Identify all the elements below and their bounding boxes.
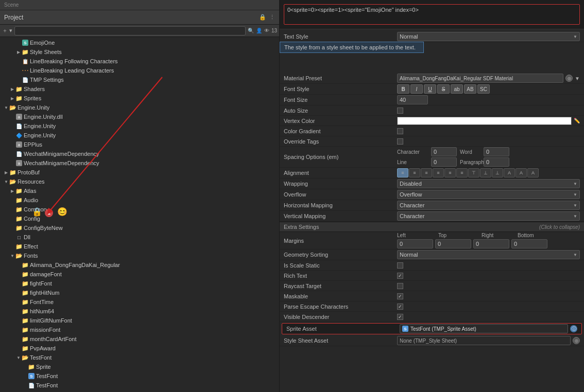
bottom-input[interactable]	[511, 239, 547, 248]
left-input[interactable]	[397, 239, 433, 248]
color-gradient-checkbox[interactable]	[397, 128, 403, 134]
maskable-checkbox[interactable]	[397, 293, 403, 299]
more-icon[interactable]: ⋮	[269, 14, 275, 21]
style-sheet-picker-btn[interactable]: ◎	[573, 337, 580, 344]
parse-escape-checkbox[interactable]	[397, 304, 403, 310]
rich-text-checkbox[interactable]	[397, 273, 403, 279]
tree-item-testFont[interactable]: ▼ 📂 TestFont	[0, 353, 279, 362]
text-input-field[interactable]: 0<sprite=0><sprite=1><sprite="EmojiOne" …	[284, 4, 580, 25]
align-base-btn[interactable]: A	[504, 168, 515, 177]
tree-item-damageFont[interactable]: 📁 damageFont	[0, 270, 279, 279]
align-cap-btn[interactable]: A	[527, 168, 539, 177]
tree-item-fightFont[interactable]: 📁 fightFont	[0, 279, 279, 288]
tree-item-testFontS[interactable]: S TestFont	[0, 371, 279, 381]
eye-icon[interactable]: 👁	[264, 28, 269, 33]
tree-item-resources[interactable]: ▼ 📂 Resources	[0, 177, 279, 186]
folder-icon: 📁	[15, 243, 23, 250]
is-scale-static-checkbox[interactable]	[397, 262, 403, 269]
lock-icon[interactable]: 🔒	[259, 14, 266, 21]
override-tags-checkbox[interactable]	[397, 138, 403, 145]
tree-label: Resources	[18, 179, 45, 185]
align-center-btn[interactable]: ≡	[409, 168, 420, 177]
tree-item-emojiOne[interactable]: S EmojiOne	[0, 38, 279, 47]
tree-item-wechat1[interactable]: 📄 WechatMinigameDependency	[0, 149, 279, 158]
line-input[interactable]	[431, 157, 457, 167]
tree-item-common[interactable]: 📁 Common	[0, 205, 279, 214]
tree-item-styleSheets[interactable]: ▶ 📁 Style Sheets	[0, 47, 279, 57]
char-input[interactable]	[431, 147, 457, 156]
bold-btn[interactable]: B	[397, 84, 409, 94]
align-mid2-btn[interactable]: A	[516, 168, 527, 177]
tree-item-hitNum64[interactable]: 📁 hitNum64	[0, 307, 279, 316]
raycast-target-checkbox[interactable]	[397, 283, 403, 289]
vertical-mapping-dropdown[interactable]: Character ▼	[397, 211, 580, 221]
tree-item-lineBreakingFollowing[interactable]: 📋 LineBreaking Following Characters	[0, 57, 279, 66]
material-picker-btn[interactable]: ◎	[565, 75, 573, 82]
tree-item-effect[interactable]: 📁 Effect	[0, 242, 279, 251]
tree-item-epPlus[interactable]: a EPPlus	[0, 140, 279, 149]
tree-item-tmpSettings[interactable]: 📄 TMP Settings	[0, 75, 279, 84]
overflow-dropdown[interactable]: Overflow ▼	[397, 190, 580, 199]
tree-item-monthCard[interactable]: 📁 monthCardArtFont	[0, 334, 279, 344]
strikethrough-btn[interactable]: S	[437, 84, 450, 94]
tree-item-atlas[interactable]: ▶ 📁 Atlas	[0, 186, 279, 195]
tree-item-config[interactable]: 📁 Config	[0, 214, 279, 223]
material-preset-row: Material Preset Alimama_DongFangDaKai_Re…	[280, 73, 584, 84]
tree-item-wechat2[interactable]: a WechatMinigameDependency	[0, 158, 279, 168]
horizontal-mapping-dropdown[interactable]: Character ▼	[397, 201, 580, 210]
tree-item-alimama[interactable]: 📁 Alimama_DongFangDaKai_Regular	[0, 260, 279, 270]
tree-item-limitGift[interactable]: 📁 limitGiftNumFont	[0, 316, 279, 325]
tree-item-sprite[interactable]: 📁 Sprite	[0, 362, 279, 371]
align-mid-btn[interactable]: ⊥	[480, 168, 491, 177]
tree-item-lineBreakingLeading[interactable]: ⋯ LineBreaking Leading Characters	[0, 66, 279, 75]
align-left-btn[interactable]: ≡	[397, 168, 408, 177]
search-icon[interactable]: 🔍	[248, 28, 254, 33]
sprite-asset-info-btn[interactable]: ⓘ	[570, 325, 577, 332]
uppercase-btn[interactable]: AB	[464, 84, 476, 94]
tree-item-audio[interactable]: 📁 Audio	[0, 195, 279, 205]
tree-item-testFont2[interactable]: 📄 TestFont	[0, 381, 279, 390]
tree-item-testFont3[interactable]: ⋯ TestFont	[0, 390, 279, 392]
smallcaps-btn[interactable]: SC	[477, 84, 490, 94]
wrapping-dropdown[interactable]: Disabled ▼	[397, 179, 580, 188]
tree-item-sprites[interactable]: ▶ 📁 Sprites	[0, 94, 279, 103]
tree-item-fontTime[interactable]: 📁 FontTime	[0, 297, 279, 307]
visible-descender-checkbox[interactable]	[397, 314, 403, 320]
lowercase-btn[interactable]: ab	[451, 84, 463, 94]
underline-btn[interactable]: U	[424, 84, 436, 94]
para-input[interactable]	[484, 157, 509, 167]
tree-item-shaders[interactable]: ▶ 📁 Shaders	[0, 84, 279, 94]
italic-btn[interactable]: I	[410, 84, 423, 94]
tree-item-pvpAward[interactable]: 📁 PvpAward	[0, 344, 279, 353]
right-input[interactable]	[473, 239, 509, 248]
tree-item-engineUnityDll[interactable]: a Engine.Unity.dll	[0, 112, 279, 121]
tree-item-engineUnity[interactable]: ▼ 📂 Engine.Unity	[0, 103, 279, 112]
align-geo-btn[interactable]: ≡	[456, 168, 468, 177]
align-flush-btn[interactable]: ≡	[444, 168, 456, 177]
tree-item-engineUnity3[interactable]: 🔷 Engine.Unity	[0, 131, 279, 140]
tree-item-engineUnity2[interactable]: 📄 Engine.Unity	[0, 121, 279, 131]
top-input[interactable]	[435, 239, 471, 248]
search-input[interactable]	[14, 26, 246, 35]
tree-item-dll[interactable]: □ Dll	[0, 233, 279, 242]
align-bottom-btn[interactable]: ⊥	[492, 168, 503, 177]
geometry-sorting-dropdown[interactable]: Normal ▼	[397, 250, 580, 259]
extra-settings-header[interactable]: Extra Settings (Click to collapse)	[280, 222, 584, 232]
color-picker-icon[interactable]: ✏️	[574, 118, 580, 123]
tree-item-fightHitNum[interactable]: 📁 fightHitNum	[0, 288, 279, 297]
align-right-btn[interactable]: ≡	[421, 168, 432, 177]
add-button[interactable]: ＋ ▾	[2, 27, 12, 34]
color-bar[interactable]	[397, 117, 572, 125]
tree-item-missionFont[interactable]: 📁 missionFont	[0, 325, 279, 334]
auto-size-checkbox[interactable]	[397, 108, 403, 114]
text-style-dropdown[interactable]: Normal ▼	[397, 32, 580, 41]
filter-icon[interactable]: 👤	[256, 28, 262, 33]
material-ref: Alimama_DongFangDaKai_Regular SDF Materi…	[397, 74, 563, 83]
align-justify-btn[interactable]: ≡	[433, 168, 444, 177]
font-size-input[interactable]	[397, 95, 428, 104]
word-input[interactable]	[484, 147, 509, 156]
tree-item-fonts[interactable]: ▼ 📂 Fonts	[0, 251, 279, 260]
tree-item-protoBuf[interactable]: ▶ 📁 ProtoBuf	[0, 168, 279, 177]
tree-item-configByteNew[interactable]: 📁 ConfigByteNew	[0, 223, 279, 233]
align-top-btn[interactable]: ⊤	[468, 168, 479, 177]
